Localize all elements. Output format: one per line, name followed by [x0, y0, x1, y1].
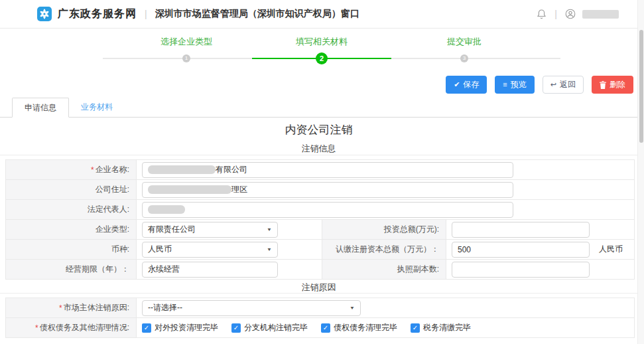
checked-checkbox-icon: ✓: [231, 323, 241, 333]
checked-checkbox-icon: ✓: [142, 323, 151, 333]
total-investment-label: 投资总额(万元):: [322, 220, 446, 239]
legal-representative-label: 法定代表人:: [6, 200, 137, 219]
checkbox-debts-cleared[interactable]: ✓ 债权债务清理完毕: [321, 322, 397, 333]
stepper: 选择企业类型 填写相关材料 提交审批 1 2 3: [0, 33, 637, 70]
header-right-separator: |: [554, 9, 557, 19]
step-label-fill-materials: 填写相关材料: [296, 36, 348, 48]
caret-down-icon: ▼: [267, 227, 272, 232]
trash-icon: [600, 81, 606, 89]
user-name-redacted[interactable]: [582, 10, 619, 19]
return-arrow-icon: ↩: [550, 81, 556, 88]
row-currency-capital: 币种: 人民币 ▼ 认缴注册资本总额（万元）： 500 人民币: [6, 240, 634, 260]
registered-capital-unit: 人民币: [599, 244, 623, 255]
checkbox-branches-deregistered[interactable]: ✓ 分支机构注销完毕: [231, 322, 308, 333]
checkbox-taxes-paid[interactable]: ✓ 税务清缴完毕: [411, 322, 471, 333]
business-term-label: 经营期限（年）：: [6, 260, 137, 279]
delete-button[interactable]: 删除: [592, 76, 633, 94]
row-debt-clearance: * 债权债务及其他清理情况: ✓ 对外投资清理完毕 ✓ 分支机构注销完毕 ✓ 债…: [6, 318, 634, 338]
checked-checkbox-icon: ✓: [321, 323, 330, 333]
section-title-reason: 注销原因: [0, 282, 637, 294]
page-title: 内资公司注销: [0, 122, 637, 137]
row-legal-representative: 法定代表人:: [6, 200, 634, 220]
currency-select[interactable]: 人民币 ▼: [142, 242, 278, 258]
tab-bar: 申请信息 业务材料: [0, 97, 637, 118]
delete-button-label: 删除: [610, 79, 625, 90]
company-address-label: 公司住址:: [6, 180, 137, 199]
stepper-progress-line: [103, 58, 560, 59]
step-label-submit-approval: 提交审批: [447, 36, 482, 48]
license-copies-label: 执照副本数:: [322, 260, 446, 279]
preview-button-label: 预览: [511, 79, 527, 90]
checked-checkbox-icon: ✓: [411, 323, 420, 333]
cancellation-reason-select[interactable]: --请选择-- ▼: [142, 300, 361, 316]
company-address-input[interactable]: 理区: [142, 182, 513, 198]
row-company-name: * 企业名称: 有限公司: [6, 160, 634, 180]
legal-representative-input[interactable]: [142, 202, 513, 218]
page: 广东政务服务网 | 深圳市市场监督管理局（深圳市知识产权局）窗口 |: [0, 0, 644, 344]
required-mark: *: [35, 323, 38, 333]
required-mark: *: [59, 303, 62, 313]
registered-capital-input[interactable]: 500: [452, 242, 590, 258]
step-dot-3: 3: [460, 54, 468, 62]
redacted-text: [148, 165, 216, 174]
row-company-type-investment: 企业类型: 有限责任公司 ▼ 投资总额(万元):: [6, 220, 634, 240]
currency-label: 币种:: [6, 240, 137, 259]
user-avatar-icon[interactable]: [565, 9, 576, 19]
license-copies-input[interactable]: [452, 262, 590, 278]
caret-down-icon: ▼: [350, 305, 355, 311]
company-type-label: 企业类型:: [6, 220, 137, 239]
scrollbar-thumb[interactable]: [639, 30, 643, 143]
back-button-label: 返回: [560, 79, 576, 90]
total-investment-input[interactable]: [452, 222, 590, 238]
header: 广东政务服务网 | 深圳市市场监督管理局（深圳市知识产权局）窗口 |: [0, 0, 637, 29]
check-icon: ✔: [454, 81, 460, 88]
brand-name: 广东政务服务网: [58, 7, 137, 21]
scrollbar-track[interactable]: [637, 0, 644, 344]
company-type-select[interactable]: 有限责任公司 ▼: [142, 222, 278, 238]
section-divider: [0, 293, 637, 294]
header-right: |: [537, 9, 619, 19]
deregistration-reason-table: * 市场主体注销原因: --请选择-- ▼ * 债权债务及其他清理情况: ✓ 对…: [5, 298, 635, 338]
step-dot-2-active: 2: [316, 52, 328, 64]
window-title: 深圳市市场监督管理局（深圳市知识产权局）窗口: [155, 8, 359, 20]
gov-pinwheel-logo-icon: [36, 6, 52, 22]
row-cancellation-reason: * 市场主体注销原因: --请选择-- ▼: [6, 298, 634, 318]
redacted-text: [148, 185, 231, 194]
required-mark: *: [91, 165, 94, 175]
company-name-input[interactable]: 有限公司: [142, 162, 513, 178]
company-name-label: * 企业名称:: [6, 160, 137, 179]
save-button-label: 保存: [463, 79, 479, 90]
toolbar: ✔ 保存 ≡ 预览 ↩ 返回 删除: [446, 76, 633, 94]
tab-application-info[interactable]: 申请信息: [12, 98, 69, 118]
debt-clearance-checkbox-group: ✓ 对外投资清理完毕 ✓ 分支机构注销完毕 ✓ 债权债务清理完毕 ✓ 税务清缴完…: [142, 322, 471, 333]
tab-business-materials[interactable]: 业务材料: [69, 97, 125, 117]
bell-icon[interactable]: [537, 9, 547, 19]
brand-link[interactable]: 广东政务服务网: [36, 6, 137, 22]
row-term-license: 经营期限（年）： 永续经营 执照副本数:: [6, 260, 634, 280]
deregistration-info-table: * 企业名称: 有限公司 公司住址: 理区: [5, 159, 635, 280]
save-button[interactable]: ✔ 保存: [446, 76, 487, 94]
back-button[interactable]: ↩ 返回: [543, 76, 584, 94]
cancellation-reason-label: * 市场主体注销原因:: [6, 298, 137, 317]
step-label-choose-type: 选择企业类型: [161, 36, 212, 48]
business-term-input[interactable]: 永续经营: [142, 262, 278, 278]
redacted-text: [148, 205, 185, 214]
debt-clearance-label: * 债权债务及其他清理情况:: [6, 318, 137, 337]
registered-capital-label: 认缴注册资本总额（万元）：: [322, 240, 446, 259]
checkbox-foreign-investment-cleared[interactable]: ✓ 对外投资清理完毕: [142, 322, 218, 333]
step-dot-1: 1: [182, 54, 190, 62]
preview-button[interactable]: ≡ 预览: [495, 76, 534, 94]
section-title-info: 注销信息: [0, 143, 637, 155]
caret-down-icon: ▼: [267, 247, 272, 252]
section-divider: [0, 155, 637, 155]
header-separator: |: [145, 9, 147, 19]
row-company-address: 公司住址: 理区: [6, 180, 634, 200]
list-icon: ≡: [503, 81, 507, 88]
